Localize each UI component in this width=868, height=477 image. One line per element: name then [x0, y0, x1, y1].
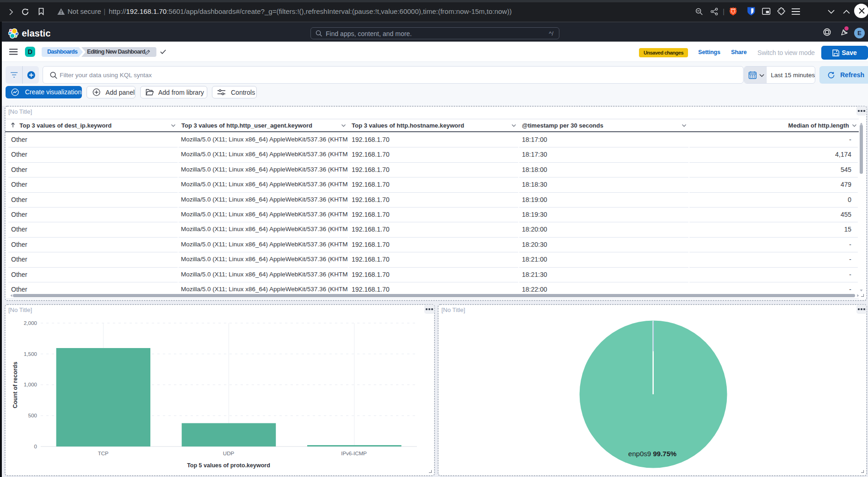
svg-text:enp0s9 99.75%: enp0s9 99.75%	[628, 450, 676, 458]
